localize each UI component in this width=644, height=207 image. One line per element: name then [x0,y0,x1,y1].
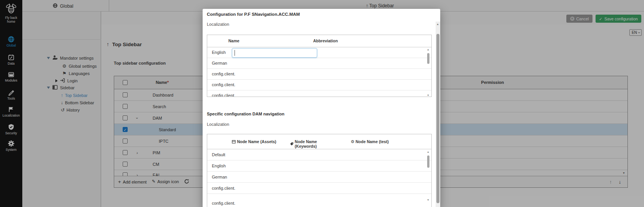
scroll-up-icon[interactable]: ▲ [427,48,429,51]
dam-localization-table: Node Name (Assets) Node Name (Keywords) … [207,134,432,207]
scroll-up-icon[interactable]: ▲ [427,150,429,153]
scroll-up-icon[interactable]: ▲ [436,23,439,25]
dam-row-default: Default [207,149,431,160]
localization-label: Localization [207,122,229,127]
table-scrollbar[interactable]: ▲ ▼ [426,150,431,201]
assets-icon [232,140,236,144]
name-english-input[interactable] [232,48,317,58]
locale-row: config.client. [207,90,431,97]
scrollbar-thumb[interactable] [427,53,429,64]
text-cursor [235,50,235,56]
tag-icon [290,142,294,146]
dam-row: config.client. [207,183,431,194]
table-scrollbar[interactable]: ▲ ▼ [426,48,431,97]
app-window: Fly back home Global Data Modu [0,0,644,207]
localization-label: Localization [207,22,229,27]
gear-icon: ⚙ [351,140,354,144]
scrollbar-thumb[interactable] [436,34,439,203]
scrollbar-thumb[interactable] [427,155,429,168]
modal-scrollbar[interactable]: ▲ [436,22,440,207]
column-header-keywords: Node Name (Keywords) [290,139,338,149]
scroll-down-icon[interactable]: ▼ [427,199,429,201]
column-header-assets: Node Name (Assets) [231,139,277,144]
column-header-abbreviation: Abbreviation [303,38,348,43]
column-header-name: Name [228,38,240,43]
locale-row-german: German [207,58,431,69]
modal-title: Configuration for P.F SNavigation.ACC.MA… [207,12,300,17]
dam-section-title: Specific configuration DAM navigation [207,112,285,116]
locale-row: config.client. [207,69,431,80]
localization-table-header: Name Abbreviation [207,35,431,47]
configuration-modal: Configuration for P.F SNavigation.ACC.MA… [203,9,440,207]
dam-row-german: German [207,172,431,183]
dam-row: config.client. [207,194,431,207]
locale-row: config.client. [207,80,431,90]
dam-row-english: English [207,160,431,172]
dam-table-header: Node Name (Assets) Node Name (Keywords) … [207,134,431,149]
localization-table: Name Abbreviation English German config.… [207,35,432,97]
scroll-down-icon[interactable]: ▼ [427,94,429,97]
column-header-test: ⚙ Node Name (test) [348,139,392,144]
